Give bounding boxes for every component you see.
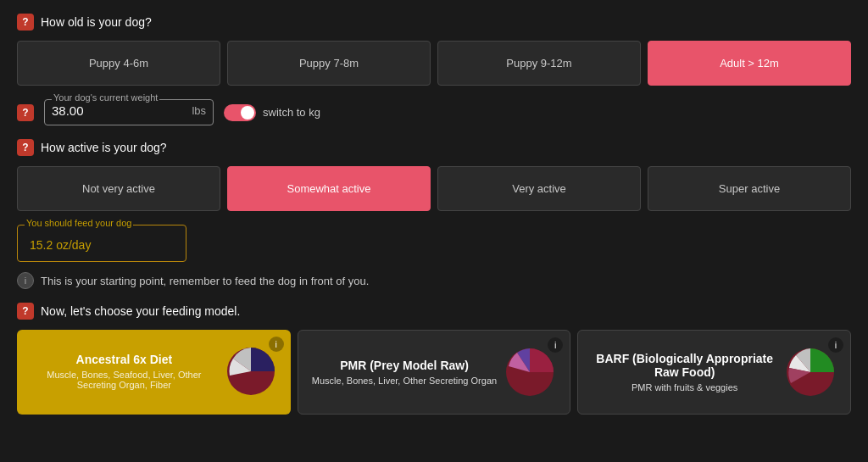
- age-question-label: How old is your dog?: [41, 15, 152, 29]
- age-option-adult12[interactable]: Adult > 12m: [648, 41, 851, 86]
- activity-super[interactable]: Super active: [648, 166, 851, 211]
- result-value: 15.2 oz/day: [30, 232, 174, 254]
- activity-question-row: ? How active is your dog?: [17, 139, 851, 156]
- activity-question-icon: ?: [17, 139, 34, 156]
- page-container: ? How old is your dog? Puppy 4-6m Puppy …: [0, 0, 868, 428]
- info-icon: i: [17, 272, 34, 289]
- result-box: You should feed your dog 15.2 oz/day: [17, 225, 186, 262]
- diet-card-barf[interactable]: i BARF (Biologically Appropriate Raw Foo…: [577, 330, 851, 415]
- toggle-label-text: switch to kg: [263, 106, 320, 119]
- weight-input[interactable]: [52, 103, 162, 118]
- diet-card-ancestral[interactable]: i Ancestral 6x Diet Muscle, Bones, Seafo…: [17, 330, 291, 415]
- result-unit: oz/day: [53, 238, 91, 252]
- activity-question-label: How active is your dog?: [41, 141, 167, 154]
- barf-name: BARF (Biologically Appropriate Raw Food): [588, 352, 781, 379]
- feeding-question-row: ? Now, let's choose your feeding model.: [17, 303, 851, 320]
- ancestral-card-inner: Ancestral 6x Diet Muscle, Bones, Seafood…: [27, 342, 281, 401]
- weight-section: ? Your dog's current weight lbs switch t…: [17, 99, 851, 125]
- weight-field-label: Your dog's current weight: [52, 92, 159, 103]
- diet-card-pmr[interactable]: i PMR (Prey Model Raw) Muscle, Bones, Li…: [298, 330, 571, 415]
- age-option-puppy912[interactable]: Puppy 9-12m: [437, 41, 641, 86]
- pmr-text: PMR (Prey Model Raw) Muscle, Bones, Live…: [309, 359, 501, 386]
- ancestral-info-icon[interactable]: i: [269, 337, 284, 352]
- pmr-name: PMR (Prey Model Raw): [309, 359, 501, 372]
- pmr-info-icon[interactable]: i: [548, 337, 563, 353]
- age-question-icon: ?: [17, 14, 34, 31]
- age-option-puppy78[interactable]: Puppy 7-8m: [227, 41, 431, 86]
- result-number: 15.2: [30, 238, 53, 252]
- info-row: i This is your starting point, remember …: [17, 272, 851, 289]
- weight-field-wrap: Your dog's current weight lbs: [44, 99, 214, 125]
- age-options-row: Puppy 4-6m Puppy 7-8m Puppy 9-12m Adult …: [17, 41, 851, 86]
- ancestral-name: Ancestral 6x Diet: [27, 353, 221, 366]
- barf-card-inner: BARF (Biologically Appropriate Raw Food)…: [588, 342, 840, 402]
- ancestral-text: Ancestral 6x Diet Muscle, Bones, Seafood…: [27, 353, 221, 390]
- activity-somewhat[interactable]: Somewhat active: [227, 166, 431, 211]
- weight-input-row: lbs: [52, 103, 206, 118]
- unit-toggle[interactable]: [224, 104, 256, 121]
- feeding-question-label: Now, let's choose your feeding model.: [41, 304, 240, 318]
- feeding-question-icon: ?: [17, 303, 34, 320]
- barf-text: BARF (Biologically Appropriate Raw Food)…: [588, 352, 781, 392]
- barf-desc: PMR with fruits & veggies: [588, 382, 781, 392]
- age-option-puppy46[interactable]: Puppy 4-6m: [17, 41, 220, 86]
- pmr-desc: Muscle, Bones, Liver, Other Secreting Or…: [309, 376, 501, 386]
- weight-unit: lbs: [192, 104, 206, 117]
- diet-cards: i Ancestral 6x Diet Muscle, Bones, Seafo…: [17, 330, 851, 415]
- ancestral-desc: Muscle, Bones, Seafood, Liver, Other Sec…: [27, 370, 221, 390]
- age-question-row: ? How old is your dog?: [17, 14, 851, 31]
- activity-options-row: Not very active Somewhat active Very act…: [17, 166, 851, 211]
- unit-toggle-group: switch to kg: [224, 104, 320, 121]
- weight-question-icon: ?: [17, 104, 34, 121]
- result-box-label: You should feed your dog: [25, 218, 133, 228]
- activity-section: ? How active is your dog? Not very activ…: [17, 139, 851, 211]
- pmr-card-inner: PMR (Prey Model Raw) Muscle, Bones, Live…: [309, 342, 560, 402]
- activity-very[interactable]: Very active: [437, 166, 641, 211]
- activity-not-very[interactable]: Not very active: [17, 166, 220, 211]
- info-text: This is your starting point, remember to…: [41, 275, 369, 287]
- barf-info-icon[interactable]: i: [828, 337, 843, 353]
